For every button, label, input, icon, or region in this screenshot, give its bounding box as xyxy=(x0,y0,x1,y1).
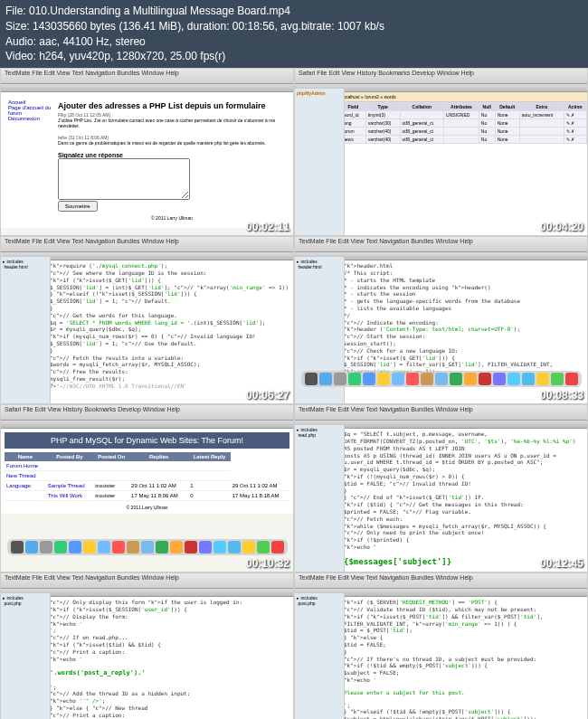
menubar[interactable]: TextMate File Edit View Text Navigation … xyxy=(1,237,293,252)
code-line: } xyxy=(344,648,583,656)
dock-icon[interactable] xyxy=(305,373,318,385)
dock-icon[interactable] xyxy=(348,373,361,385)
code-line: } xyxy=(344,487,583,495)
dock-icon[interactable] xyxy=(421,373,433,385)
dock-icon[interactable] xyxy=(228,541,241,553)
file-tree[interactable]: ▸ includes post.php xyxy=(1,593,51,719)
thread-row[interactable]: Forum Home xyxy=(5,461,289,471)
code-line: "c">// If on read.php... xyxy=(50,634,289,641)
thumbnail-7: TextMate File Edit View Text Navigation … xyxy=(294,572,588,719)
col-header[interactable]: Collation xyxy=(400,103,443,111)
dock-icon[interactable] xyxy=(450,373,462,385)
dock[interactable] xyxy=(7,539,288,555)
col-header[interactable]: Default xyxy=(495,103,519,111)
col-header[interactable]: Extra xyxy=(519,103,564,111)
menubar[interactable]: TextMate File Edit View Text Navigation … xyxy=(295,237,587,252)
code-editor[interactable]: "k">require ('./mysql_connect.php');"c">… xyxy=(46,260,293,404)
thumbnail-0: TextMate File Edit View Text Navigation … xyxy=(0,68,294,236)
code-editor[interactable]: "c">// Only display this form "k">if the… xyxy=(46,597,293,719)
menubar[interactable]: Safari File Edit View History Bookmarks … xyxy=(295,69,587,84)
dock-icon[interactable] xyxy=(507,373,520,385)
nav-link[interactable]: Page d'accueil du forum xyxy=(8,105,53,116)
dock-icon[interactable] xyxy=(319,373,332,385)
dock-icon[interactable] xyxy=(522,373,535,385)
menubar[interactable]: Safari File Edit View History Bookmarks … xyxy=(1,405,293,421)
thread-row[interactable]: This Will Worktroutster17 May 11 8:06 AM… xyxy=(5,491,289,501)
timestamp: 00:02:11 xyxy=(246,221,289,233)
menubar[interactable]: TextMate File Edit View Text Navigation … xyxy=(1,573,293,589)
code-line: $_SESSION['lid'] = 1; "c">// Use the def… xyxy=(50,340,289,347)
pma-sidebar[interactable]: phpMyAdmin xyxy=(295,89,345,235)
table-row[interactable]: langvarchar(30)utf8_general_ciNoNone✎ ✗ xyxy=(341,119,587,128)
table-row[interactable]: word_idtinyint(3)UNSIGNEDNoNoneauto_incr… xyxy=(341,111,587,119)
dock-icon[interactable] xyxy=(112,541,125,553)
code-line: */ xyxy=(344,312,583,319)
nav-link[interactable]: Déconnexion xyxy=(8,116,53,121)
dock[interactable] xyxy=(301,371,582,387)
code-line: * - starts the session xyxy=(344,290,583,298)
thumbnail-5: TextMate File Edit View Text Navigation … xyxy=(294,404,588,572)
dock-icon[interactable] xyxy=(551,373,564,385)
timestamp: 00:08:33 xyxy=(540,389,583,402)
dock-icon[interactable] xyxy=(464,373,477,385)
menubar[interactable]: TextMate File Edit View Text Navigation … xyxy=(295,573,587,589)
file-tree[interactable]: ▸ includes read.php xyxy=(295,425,345,572)
table-row[interactable]: forumvarchar(40)utf8_general_ciNoNone✎ ✗ xyxy=(341,128,587,136)
dock-icon[interactable] xyxy=(156,541,168,553)
dock-icon[interactable] xyxy=(213,541,226,553)
table-row[interactable]: newsvarchar(40)utf8_general_ciNoNone✎ ✗ xyxy=(341,136,587,144)
toolbar[interactable] xyxy=(1,84,293,92)
menubar[interactable]: TextMate File Edit View Text Navigation … xyxy=(295,405,587,421)
code-line: } "k">else { xyxy=(344,634,583,641)
dock-icon[interactable] xyxy=(493,373,506,385)
dock-icon[interactable] xyxy=(377,373,390,385)
code-line: "k">if ($_SERVER['REQUEST_METHOD'] == 'P… xyxy=(344,599,583,606)
dock-icon[interactable] xyxy=(334,373,346,385)
col-header[interactable]: Attributes xyxy=(444,103,479,111)
file-tree[interactable]: ▸ includes post.php xyxy=(295,593,345,719)
col-header[interactable]: Null xyxy=(479,103,495,111)
menubar[interactable]: TextMate File Edit View Text Navigation … xyxy=(1,69,293,84)
reply-heading: Signalez une réponse xyxy=(58,152,123,158)
dock-icon[interactable] xyxy=(127,541,139,553)
code-line: "k">echo ''; xyxy=(50,620,289,635)
code-line: /* This script: xyxy=(344,270,583,277)
dock-icon[interactable] xyxy=(536,373,549,385)
dock-icon[interactable] xyxy=(54,541,67,553)
code-line: "c">// Start the session: xyxy=(344,333,583,340)
col-header[interactable]: Type xyxy=(365,103,400,111)
code-line: $_SESSION['lid'] = 1; "c">// Default. xyxy=(50,298,289,305)
thread-row[interactable]: Language: Sample Threadtroutster29 Oct 1… xyxy=(5,481,289,491)
col-header[interactable]: Action xyxy=(564,103,586,111)
breadcrumb[interactable]: localhost » forum2 » words xyxy=(340,92,587,102)
dock-icon[interactable] xyxy=(170,541,183,553)
dock-icon[interactable] xyxy=(363,373,375,385)
code-line: * - gets the language-specific words fro… xyxy=(344,298,583,305)
code-editor[interactable]: $q = "SELECT t.subject, p.message, usern… xyxy=(340,429,587,572)
dock-icon[interactable] xyxy=(257,541,270,553)
dock-icon[interactable] xyxy=(83,541,96,553)
audio-line: Audio: aac, 44100 Hz, stereo xyxy=(5,34,583,50)
file-tree[interactable]: ▸ includes header.html xyxy=(1,257,51,403)
dock-icon[interactable] xyxy=(11,541,24,553)
dock-icon[interactable] xyxy=(242,541,255,553)
dock-icon[interactable] xyxy=(271,541,284,553)
dock-icon[interactable] xyxy=(25,541,38,553)
dock-icon[interactable] xyxy=(435,373,448,385)
dock-icon[interactable] xyxy=(392,373,404,385)
dock-icon[interactable] xyxy=(141,541,154,553)
dock-icon[interactable] xyxy=(479,373,491,385)
dock-icon[interactable] xyxy=(69,541,81,553)
dock-icon[interactable] xyxy=(40,541,52,553)
reply-textarea[interactable] xyxy=(58,158,190,200)
dock-icon[interactable] xyxy=(565,373,578,385)
dock-icon[interactable] xyxy=(98,541,110,553)
dock-icon[interactable] xyxy=(185,541,197,553)
thread-row[interactable]: New Thread xyxy=(5,471,289,481)
dock-icon[interactable] xyxy=(199,541,212,553)
code-line: } "k">elseif (!"k">isset($_SESSION['lid'… xyxy=(50,290,289,298)
page-title: Ajouter des adresses a PHP List depuis u… xyxy=(58,101,286,110)
dock-icon[interactable] xyxy=(406,373,419,385)
code-editor[interactable]: "k">if ($_SERVER['REQUEST_METHOD'] == 'P… xyxy=(340,597,587,719)
submit-button[interactable]: Soumettre xyxy=(58,201,98,212)
